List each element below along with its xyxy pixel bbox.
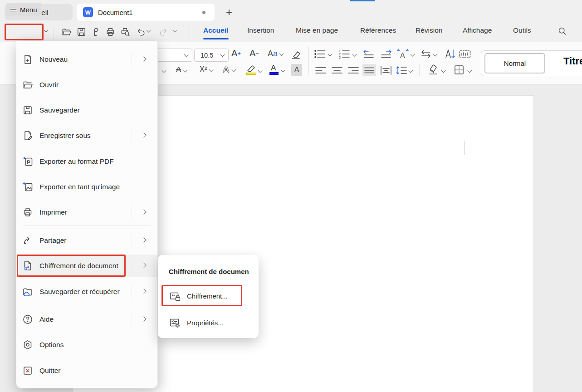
menu-item-exporter-image[interactable]: Exporter en tant qu'image [16, 176, 157, 198]
plus-icon: + [226, 6, 232, 19]
tab-references[interactable]: Références [360, 26, 396, 34]
change-case-button[interactable]: Aa [268, 49, 283, 59]
save-icon[interactable] [76, 27, 87, 37]
tab-revision[interactable]: Révision [416, 26, 442, 34]
strikethrough-button[interactable]: A [176, 65, 187, 74]
line-spacing-icon[interactable] [396, 65, 407, 75]
character-spacing-icon[interactable]: A [396, 48, 409, 60]
bullet-list-chevron-icon[interactable] [328, 52, 333, 57]
numbered-list-chevron-icon[interactable] [352, 52, 357, 57]
submenu-arrow-icon [141, 209, 146, 214]
window-accent-line [350, 0, 375, 1]
undo-icon[interactable] [136, 27, 147, 37]
printer-icon [22, 207, 33, 218]
undo-dropdown-chevron-icon[interactable] [147, 28, 151, 33]
submenu-arrow-icon [141, 263, 146, 268]
font-size-chevron-icon [220, 53, 225, 57]
shading-chevron-icon [441, 69, 446, 73]
tab-outils[interactable]: Outils [513, 26, 531, 34]
numbered-list-icon[interactable]: 123 [338, 49, 350, 59]
submenu-arrow-icon [141, 237, 146, 242]
decrease-indent-icon[interactable] [363, 49, 375, 59]
unsaved-dot [202, 11, 205, 14]
superscript-button[interactable]: X² [200, 65, 213, 74]
menu-item-partager[interactable]: Partager [16, 229, 157, 252]
menu-item-sauvegarder-recuperer[interactable]: Sauvegarder et récupérer [16, 280, 157, 303]
shrink-font-button[interactable]: A− [249, 48, 259, 59]
tab-document[interactable]: W Document1 [77, 4, 215, 21]
increase-indent-icon[interactable] [380, 49, 392, 59]
font-name-select[interactable] [153, 49, 192, 62]
sort-icon[interactable] [445, 48, 456, 60]
align-right-icon[interactable] [347, 66, 359, 74]
line-spacing-chevron-icon[interactable] [409, 69, 413, 73]
menu-item-options[interactable]: Options [16, 333, 157, 356]
encryption-submenu: Chiffrement de document ** Chiffrement..… [158, 255, 259, 338]
menu-item-nouveau[interactable]: Nouveau [16, 48, 157, 71]
align-justify-icon [364, 66, 375, 74]
toolbar-more-chevron-icon[interactable] [173, 28, 177, 33]
formatting-marks-icon[interactable] [459, 49, 471, 59]
submenu-item-proprietes[interactable]: Propriétés... [158, 312, 259, 333]
menu-item-aide[interactable]: Aide [16, 308, 157, 331]
menu-item-chiffrement[interactable]: Chiffrement de document [16, 255, 157, 277]
clear-format-icon[interactable] [290, 49, 301, 60]
font-size-select[interactable]: 10.5 [194, 49, 229, 62]
underline-chevron-icon[interactable] [162, 69, 166, 73]
menu-item-quitter[interactable]: Quitter [16, 359, 157, 382]
style-normal-label: Normal [504, 59, 526, 67]
new-document-icon [22, 54, 33, 65]
save-floppy-icon [22, 105, 33, 116]
quick-toolbar: Menu Accueil Insertion Mise en page Réfé… [0, 23, 582, 42]
font-color-bar [269, 72, 279, 75]
change-case-chevron-icon [279, 52, 284, 56]
highlight-button[interactable] [246, 64, 261, 76]
font-color-chevron-icon [281, 68, 285, 73]
align-justify-button[interactable] [362, 64, 376, 76]
grow-font-button[interactable]: A+ [231, 48, 241, 59]
tab-accueil[interactable]: Accueil [203, 26, 228, 34]
text-direction-icon[interactable] [420, 49, 432, 59]
print-preview-icon[interactable] [120, 27, 131, 37]
align-left-icon[interactable] [315, 66, 327, 74]
menu-item-sauvegarder[interactable]: Sauvegarder [16, 99, 157, 122]
tab-document-label: Document1 [98, 9, 133, 16]
shading-button[interactable] [428, 64, 445, 77]
menu-item-imprimer[interactable]: Imprimer [16, 201, 157, 224]
borders-button[interactable] [454, 64, 472, 76]
window-top-line [375, 1, 582, 1]
bullet-list-icon[interactable] [314, 49, 326, 59]
open-icon[interactable] [61, 27, 72, 37]
tab-insertion[interactable]: Insertion [247, 26, 274, 34]
hamburger-icon [10, 7, 16, 13]
new-tab-button[interactable]: + [222, 5, 236, 19]
submenu-item-chiffrement[interactable]: ** Chiffrement... [158, 285, 259, 307]
borders-chevron-icon [468, 69, 472, 73]
export-pdf-icon[interactable] [91, 27, 101, 37]
text-direction-chevron-icon[interactable] [433, 52, 438, 57]
redo-icon[interactable] [158, 27, 168, 37]
char-shading-button[interactable]: A [291, 64, 302, 76]
tab-mise-en-page[interactable]: Mise en page [296, 26, 338, 34]
font-size-value: 10.5 [201, 52, 213, 59]
menu-button[interactable]: Menu [6, 3, 41, 16]
document-key-icon [22, 260, 33, 271]
export-image-icon [22, 181, 33, 192]
tab-affichage[interactable]: Affichage [463, 26, 492, 34]
text-effects-chevron-icon [231, 67, 236, 72]
password-lock-icon: ** [169, 290, 181, 302]
text-effects-button[interactable]: A [223, 64, 235, 74]
character-spacing-chevron-icon[interactable] [411, 52, 415, 57]
menu-item-exporter-pdf[interactable]: Exporter au format PDF [16, 150, 157, 173]
print-icon[interactable] [105, 27, 116, 37]
menu-item-ouvrir[interactable]: Ouvrir [16, 74, 157, 96]
style-title-button[interactable]: Titre [563, 55, 582, 71]
save-as-icon [22, 130, 33, 141]
distribute-icon[interactable] [380, 65, 392, 75]
menu-item-enregistrer-sous[interactable]: Enregistrer sous [16, 124, 157, 147]
style-normal-button[interactable]: Normal [484, 53, 545, 74]
font-color-button[interactable]: A [269, 64, 285, 76]
align-center-icon[interactable] [331, 66, 343, 74]
search-icon[interactable] [558, 26, 567, 36]
menu-dropdown-chevron-icon[interactable] [44, 28, 49, 33]
